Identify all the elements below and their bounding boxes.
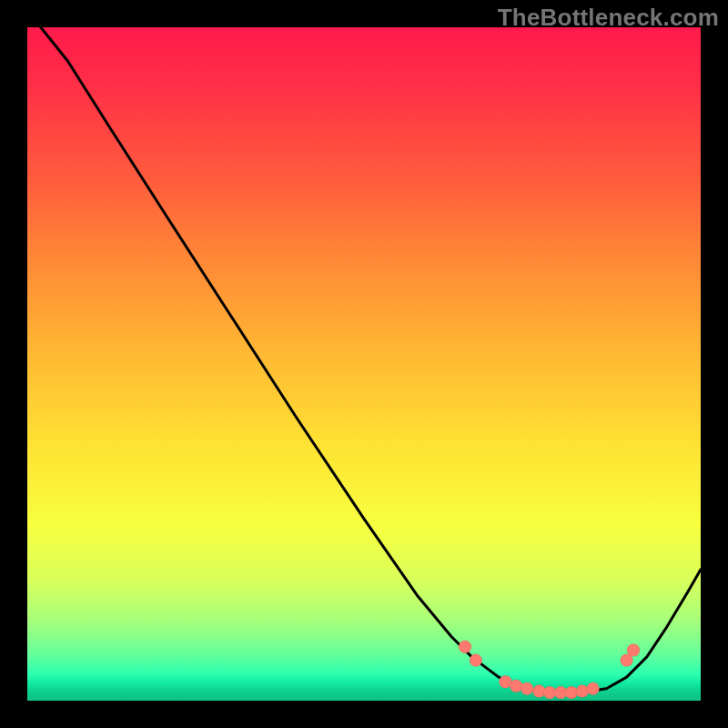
highlight-dot <box>587 682 600 695</box>
chart-svg <box>27 27 701 701</box>
chart-stage: TheBottleneck.com <box>0 0 728 728</box>
highlight-dot <box>521 682 533 695</box>
highlight-dot <box>459 641 471 653</box>
highlight-dots-group <box>459 641 640 699</box>
highlight-dot <box>470 654 482 667</box>
attribution-label: TheBottleneck.com <box>498 5 719 29</box>
highlight-dot <box>627 644 640 657</box>
curve-line <box>41 27 701 693</box>
highlight-dot <box>510 680 522 693</box>
plot-area <box>27 27 701 701</box>
